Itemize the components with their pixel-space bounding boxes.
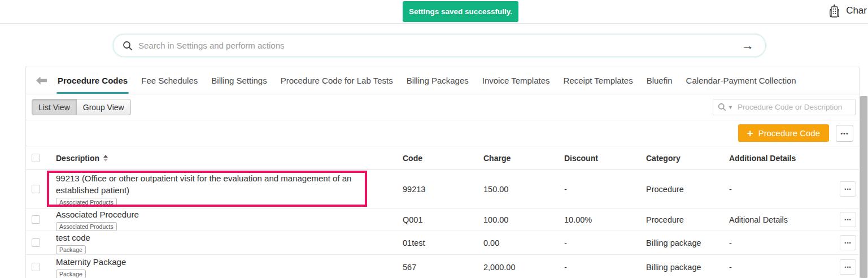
procedure-code: 567 — [403, 255, 483, 278]
procedure-category: Billing package — [646, 255, 729, 278]
row-checkbox[interactable] — [32, 215, 40, 224]
associated-products-badge: Associated Products — [56, 222, 117, 231]
tab-calendar-payment-collection[interactable]: Calendar-Payment Collection — [679, 67, 803, 94]
column-header-additional-details: Additional Details — [729, 154, 833, 163]
group-view-button[interactable]: Group View — [76, 99, 131, 115]
tab-billing-packages[interactable]: Billing Packages — [400, 67, 476, 94]
row-checkbox[interactable] — [32, 238, 40, 247]
row-checkbox[interactable] — [32, 263, 40, 271]
table-header-row: Description Code Charge Discount Categor… — [26, 146, 859, 170]
row-more-options-button[interactable]: ••• — [840, 259, 856, 275]
column-header-discount: Discount — [564, 154, 646, 163]
list-view-button[interactable]: List View — [32, 99, 77, 115]
package-badge: Package — [56, 245, 86, 254]
row-more-options-button[interactable]: ••• — [840, 235, 856, 250]
list-toolbar: List View Group View ▼ — [26, 94, 859, 120]
procedure-additional-details: - — [729, 255, 833, 278]
package-badge: Package — [56, 270, 86, 278]
top-bar: Settings saved successfully. Char — [0, 0, 868, 24]
procedure-description: 99213 (Office or other outpatient visit … — [56, 172, 354, 196]
procedure-category: Billing package — [646, 231, 729, 254]
row-more-options-button[interactable]: ••• — [840, 212, 856, 227]
add-procedure-code-button[interactable]: + Procedure Code — [738, 124, 829, 142]
global-search-bar: → — [113, 34, 766, 57]
tab-bluefin[interactable]: Bluefin — [640, 67, 679, 94]
global-search-input[interactable] — [138, 41, 739, 50]
procedure-charge: 0.00 — [483, 231, 564, 254]
tab-receipt-templates[interactable]: Receipt Templates — [557, 67, 640, 94]
search-scope-caret-icon[interactable]: ▼ — [728, 105, 733, 110]
column-header-code: Code — [403, 154, 483, 163]
column-header-category: Category — [646, 154, 729, 163]
procedure-additional-details: - — [729, 170, 833, 208]
search-icon — [123, 41, 133, 51]
column-header-charge: Charge — [483, 154, 564, 163]
sort-icon — [103, 155, 108, 162]
procedure-filter-input[interactable] — [738, 103, 850, 111]
procedure-discount: - — [564, 255, 646, 278]
toast-message: Settings saved successfully. — [409, 7, 512, 16]
procedure-code: 01test — [403, 231, 483, 254]
brand-label: Char — [846, 5, 867, 16]
actions-row: + Procedure Code ••• — [26, 120, 859, 146]
procedure-filter-search: ▼ — [713, 99, 856, 115]
tab-procedure-codes[interactable]: Procedure Codes — [51, 67, 134, 94]
toast-notification: Settings saved successfully. — [403, 1, 518, 22]
settings-tab-bar: Procedure Codes Fee Schedules Billing Se… — [26, 67, 859, 94]
procedure-discount: - — [564, 170, 646, 208]
procedure-description: Maternity Package — [56, 256, 126, 268]
select-all-checkbox[interactable] — [32, 154, 40, 162]
scrollbar-thumb[interactable] — [860, 96, 867, 278]
row-checkbox[interactable] — [32, 185, 40, 193]
procedure-discount: 10.00% — [564, 208, 646, 231]
hospital-building-icon — [827, 4, 841, 18]
more-options-button[interactable]: ••• — [836, 125, 853, 142]
procedure-charge: 100.00 — [483, 208, 564, 231]
row-more-options-button[interactable]: ••• — [840, 181, 856, 197]
table-row: Maternity Package Package 567 2,000.00 -… — [26, 255, 859, 278]
tab-invoice-templates[interactable]: Invoice Templates — [476, 67, 557, 94]
table-row: 99213 (Office or other outpatient visit … — [26, 170, 859, 208]
procedure-code: 99213 — [403, 170, 483, 208]
procedure-additional-details: Aditional Details — [729, 208, 833, 231]
procedure-additional-details: - — [729, 231, 833, 254]
search-submit-arrow-icon[interactable]: → — [739, 40, 756, 52]
settings-content-card: Procedure Codes Fee Schedules Billing Se… — [25, 67, 860, 278]
tab-billing-settings[interactable]: Billing Settings — [204, 67, 273, 94]
plus-icon: + — [747, 128, 753, 138]
procedure-description: Associated Procedure — [56, 208, 139, 220]
procedure-category: Procedure — [646, 170, 729, 208]
column-header-description[interactable]: Description — [56, 154, 108, 163]
table-row: test code Package 01test 0.00 - Billing … — [26, 231, 859, 255]
search-icon[interactable] — [718, 103, 726, 111]
procedure-code: Q001 — [403, 208, 483, 231]
associated-products-badge: Associated Products — [56, 198, 117, 207]
vertical-scrollbar — [860, 96, 868, 278]
table-row: Associated Procedure Associated Products… — [26, 208, 859, 231]
tab-fee-schedules[interactable]: Fee Schedules — [134, 67, 204, 94]
procedure-description: test code — [56, 232, 90, 244]
procedure-discount: - — [564, 231, 646, 254]
procedure-charge: 2,000.00 — [483, 255, 564, 278]
tab-procedure-code-for-lab-tests[interactable]: Procedure Code for Lab Tests — [274, 67, 400, 94]
brand-logo[interactable]: Char — [827, 4, 868, 18]
back-button[interactable] — [32, 67, 51, 94]
procedure-category: Procedure — [646, 208, 729, 231]
procedure-charge: 150.00 — [483, 170, 564, 208]
